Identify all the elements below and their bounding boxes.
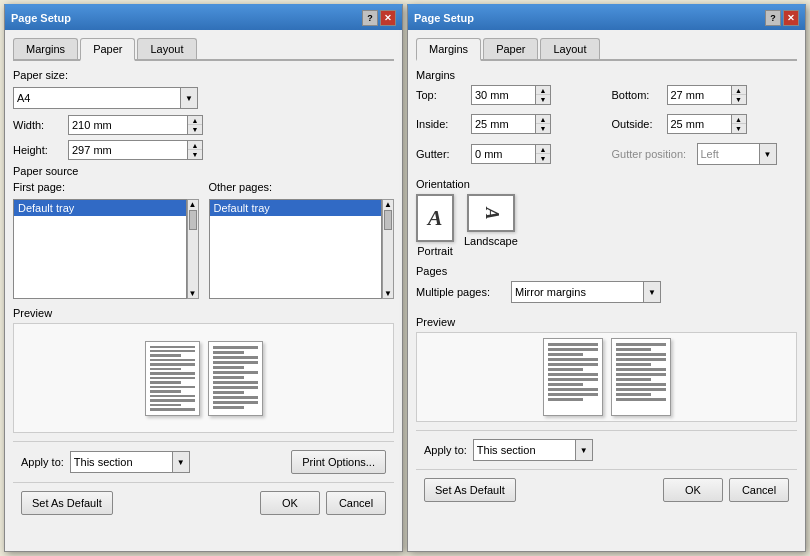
right-top-input[interactable] xyxy=(471,85,536,105)
left-other-pages-scroll-thumb[interactable] xyxy=(384,210,392,230)
right-outside-down[interactable]: ▼ xyxy=(732,124,746,133)
right-close-button[interactable]: ✕ xyxy=(783,10,799,26)
right-tab-margins[interactable]: Margins xyxy=(416,38,481,61)
left-width-up[interactable]: ▲ xyxy=(188,116,202,125)
left-tab-layout[interactable]: Layout xyxy=(137,38,196,59)
left-ok-button[interactable]: OK xyxy=(260,491,320,515)
line xyxy=(213,381,258,384)
right-tab-layout[interactable]: Layout xyxy=(540,38,599,59)
right-ok-cancel-group: OK Cancel xyxy=(663,478,789,502)
left-print-options-button[interactable]: Print Options... xyxy=(291,450,386,474)
left-other-pages-item-default[interactable]: Default tray xyxy=(210,200,382,216)
left-close-button[interactable]: ✕ xyxy=(380,10,396,26)
right-gutter-up[interactable]: ▲ xyxy=(536,145,550,154)
left-other-pages-list-container: Default tray ▲ ▼ xyxy=(209,199,395,299)
right-tab-paper[interactable]: Paper xyxy=(483,38,538,59)
right-inside-spinner: ▲ ▼ xyxy=(471,114,551,134)
line xyxy=(213,366,245,369)
right-apply-to-row: Apply to: This section ▼ xyxy=(424,439,789,461)
left-bottom-bar: Apply to: This section ▼ Print Options..… xyxy=(13,441,394,482)
right-outside-spinner-btns: ▲ ▼ xyxy=(732,114,747,134)
right-bottom-input[interactable] xyxy=(667,85,732,105)
right-top-up[interactable]: ▲ xyxy=(536,86,550,95)
right-gutter-pos-arrow[interactable]: ▼ xyxy=(759,143,777,165)
right-page-setup-dialog: Page Setup ? ✕ Margins Paper Layout Marg… xyxy=(407,4,806,552)
right-multiple-pages-arrow[interactable]: ▼ xyxy=(643,281,661,303)
right-gutter-pos-field[interactable]: Left xyxy=(697,143,759,165)
left-first-page-item-default[interactable]: Default tray xyxy=(14,200,186,216)
left-other-pages-list[interactable]: Default tray xyxy=(209,199,383,299)
line xyxy=(150,377,195,379)
right-apply-to-field[interactable]: This section xyxy=(473,439,575,461)
line xyxy=(616,373,666,376)
right-inside-down[interactable]: ▼ xyxy=(536,124,550,133)
right-multiple-pages-label: Multiple pages: xyxy=(416,286,511,298)
left-first-page-scroll-thumb[interactable] xyxy=(189,210,197,230)
left-first-page-scroll-up[interactable]: ▲ xyxy=(188,200,198,209)
left-apply-to-row: Apply to: This section ▼ xyxy=(21,451,285,473)
left-help-button[interactable]: ? xyxy=(362,10,378,26)
right-bottom-label: Bottom: xyxy=(612,89,667,101)
left-set-default-button[interactable]: Set As Default xyxy=(21,491,113,515)
right-gutter-pos-row: Gutter position: Left ▼ xyxy=(612,143,798,165)
left-width-row: Width: ▲ ▼ xyxy=(13,115,394,135)
left-first-page-list[interactable]: Default tray xyxy=(13,199,187,299)
left-paper-size-row: A4 ▼ xyxy=(13,87,394,109)
left-other-pages-label: Other pages: xyxy=(209,181,395,193)
right-inside-input[interactable] xyxy=(471,114,536,134)
left-height-down[interactable]: ▼ xyxy=(188,150,202,159)
left-height-spinner: ▲ ▼ xyxy=(68,140,203,160)
left-cancel-button[interactable]: Cancel xyxy=(326,491,386,515)
right-bottom-up[interactable]: ▲ xyxy=(732,86,746,95)
left-height-up[interactable]: ▲ xyxy=(188,141,202,150)
right-gutter-down[interactable]: ▼ xyxy=(536,154,550,163)
left-first-page-scrollbar[interactable]: ▲ ▼ xyxy=(187,199,199,299)
right-landscape-btn[interactable]: A Landscape xyxy=(464,194,518,257)
right-outside-label: Outside: xyxy=(612,118,667,130)
left-preview-page-1 xyxy=(145,341,200,416)
line xyxy=(150,354,182,356)
left-paper-size-field[interactable]: A4 xyxy=(13,87,180,109)
right-help-button[interactable]: ? xyxy=(765,10,781,26)
left-title-buttons: ? ✕ xyxy=(362,10,396,26)
left-tab-margins[interactable]: Margins xyxy=(13,38,78,59)
line xyxy=(213,371,258,374)
line xyxy=(150,346,195,348)
left-width-spinner-btns: ▲ ▼ xyxy=(188,115,203,135)
left-other-pages-scrollbar[interactable]: ▲ ▼ xyxy=(382,199,394,299)
line xyxy=(150,359,195,361)
left-height-label: Height: xyxy=(13,144,68,156)
line xyxy=(616,393,651,396)
left-apply-to-field[interactable]: This section xyxy=(70,451,172,473)
line xyxy=(616,378,651,381)
left-other-pages-scroll-down[interactable]: ▼ xyxy=(383,289,393,298)
right-gutter-pos-combo: Left ▼ xyxy=(697,143,777,165)
right-ok-button[interactable]: OK xyxy=(663,478,723,502)
right-preview-page-2 xyxy=(611,338,671,416)
right-bottom-down[interactable]: ▼ xyxy=(732,95,746,104)
left-height-input[interactable] xyxy=(68,140,188,160)
right-outside-input[interactable] xyxy=(667,114,732,134)
right-outside-up[interactable]: ▲ xyxy=(732,115,746,124)
left-apply-to-arrow[interactable]: ▼ xyxy=(172,451,190,473)
right-apply-to-combo: This section ▼ xyxy=(473,439,593,461)
right-preview-label: Preview xyxy=(416,316,797,328)
right-inside-up[interactable]: ▲ xyxy=(536,115,550,124)
right-multiple-pages-field[interactable]: Mirror margins xyxy=(511,281,643,303)
left-footer-buttons: Set As Default OK Cancel xyxy=(13,482,394,523)
line xyxy=(150,399,195,401)
left-width-down[interactable]: ▼ xyxy=(188,125,202,134)
left-tab-paper[interactable]: Paper xyxy=(80,38,135,61)
left-ok-cancel-group: OK Cancel xyxy=(260,491,386,515)
right-cancel-button[interactable]: Cancel xyxy=(729,478,789,502)
right-apply-to-arrow[interactable]: ▼ xyxy=(575,439,593,461)
right-top-down[interactable]: ▼ xyxy=(536,95,550,104)
left-other-pages-scroll-up[interactable]: ▲ xyxy=(383,200,393,209)
right-multiple-pages-row: Multiple pages: Mirror margins ▼ xyxy=(416,281,797,303)
right-portrait-btn[interactable]: A Portrait xyxy=(416,194,454,257)
right-set-default-button[interactable]: Set As Default xyxy=(424,478,516,502)
left-width-input[interactable] xyxy=(68,115,188,135)
left-first-page-scroll-down[interactable]: ▼ xyxy=(188,289,198,298)
left-paper-size-arrow[interactable]: ▼ xyxy=(180,87,198,109)
right-gutter-input[interactable] xyxy=(471,144,536,164)
